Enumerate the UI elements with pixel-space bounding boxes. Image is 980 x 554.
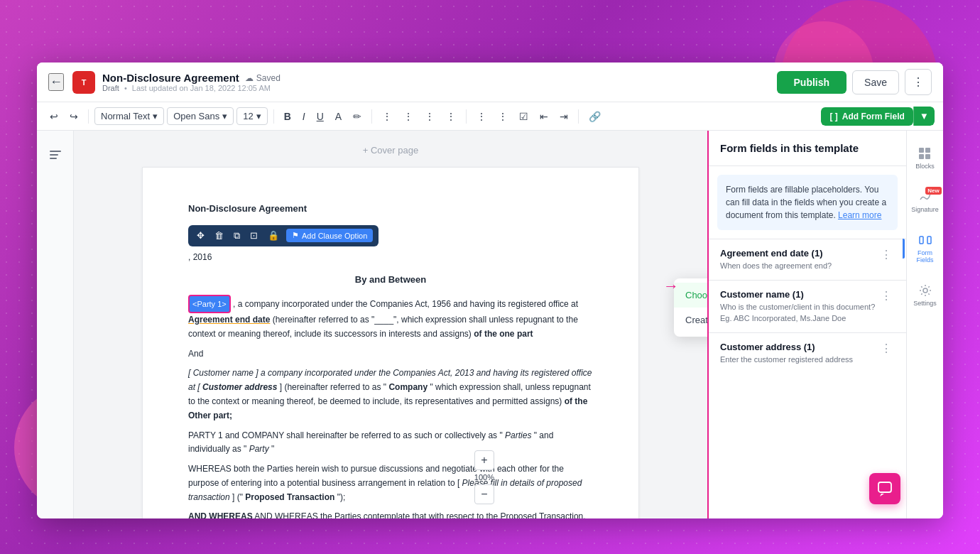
date-text: , 2016 [188,252,212,262]
align-left-button[interactable]: ⋮ [378,108,396,125]
add-form-button[interactable]: [ ] Add Form Field [821,107,913,126]
lock-icon[interactable]: 🔒 [265,229,282,242]
saved-badge: ☁ Saved [245,73,281,83]
agreement-end-date-field: Agreement end date [188,315,270,325]
svg-rect-8 [927,237,931,244]
publish-button[interactable]: Publish [777,71,847,94]
doc-area[interactable]: + Cover page Non-Disclosure Agreement ✥ … [74,131,707,518]
undo-button[interactable]: ↩ [45,108,62,125]
sidebar-item-signature[interactable]: New Signature [907,185,943,217]
font-select[interactable]: Open Sans ▾ [167,107,234,125]
party-tag: <Party 1> [188,295,231,313]
font-size-select[interactable]: 12 ▾ [236,107,267,125]
sidebar-item-blocks[interactable]: Blocks [911,142,939,174]
settings-icon [918,283,932,298]
right-panel: Form fields in this template Form fields… [707,131,906,518]
toolbar-divider-5 [578,109,579,124]
icon-sidebar: Blocks New Signature Form Fields [906,131,943,518]
back-button[interactable]: ← [48,73,64,91]
add-form-dropdown-button[interactable]: ▼ [913,107,935,126]
delete-icon[interactable]: 🗑 [212,229,227,242]
create-custom-option[interactable]: Create custom field [674,308,707,332]
toolbar-divider-1 [88,109,89,124]
zoom-in-button[interactable]: + [474,450,494,470]
copy-icon[interactable]: ⧉ [231,229,243,243]
field-item-3-more[interactable]: ⋮ [878,342,895,355]
zoom-out-button[interactable]: − [474,484,494,504]
normal-text-chevron: ▾ [153,111,158,121]
underline-button[interactable]: U [312,108,328,125]
settings-label: Settings [913,300,937,307]
saved-text: Saved [256,73,281,83]
more-button[interactable]: ⋮ [905,69,932,95]
zoom-controls: + 100% − [474,450,494,504]
ordered-list-button[interactable]: ⋮ [472,108,491,125]
blocks-label: Blocks [915,163,935,170]
company-text: Company [388,382,428,392]
and-text: And [188,347,593,362]
doc-heading: Non-Disclosure Agreement [188,202,593,217]
parties-text: Parties [505,430,531,440]
table-of-contents-icon[interactable] [43,142,68,168]
doc-icon: T [72,71,95,94]
panel-header: Form fields in this template [709,131,906,166]
align-center-button[interactable]: ⋮ [399,108,418,125]
main-content: + Cover page Non-Disclosure Agreement ✥ … [37,131,943,518]
link-button[interactable]: 🔗 [584,108,605,125]
field-item-3-title: Customer address (1) [720,342,878,352]
doc-title-row: Non-Disclosure Agreement ☁ Saved [102,72,777,84]
field-item-3: Customer address (1) Enter the customer … [709,332,906,374]
toolbar-divider-3 [371,109,372,124]
paragraph-3: PARTY 1 and COMPANY shall hereinafter be… [188,429,593,457]
bold-button[interactable]: B [280,108,295,125]
redo-button[interactable]: ↪ [65,108,82,125]
fab-chat-button[interactable] [869,473,900,504]
outdent-button[interactable]: ⇤ [535,108,552,125]
body-7c: "); [337,492,346,502]
cover-page-button[interactable]: + Cover page [88,145,693,156]
move-icon[interactable]: ✥ [194,229,207,242]
font-size-label: 12 [243,111,253,121]
active-indicator [903,239,905,259]
chat-icon [877,481,893,496]
add-clause-button[interactable]: ⚑ Add Clause Option [286,229,373,242]
field-item-1-more[interactable]: ⋮ [878,248,895,261]
unordered-list-button[interactable]: ⋮ [494,108,512,125]
indent-button[interactable]: ⇥ [555,108,572,125]
customer-address-field: Customer address [202,382,277,392]
doc-page: Non-Disclosure Agreement ✥ 🗑 ⧉ ⊡ 🔒 ⚑ Add… [142,167,639,518]
clause-settings-icon[interactable]: ⊡ [247,229,261,242]
normal-text-select[interactable]: Normal Text ▾ [94,107,164,125]
svg-rect-0 [50,151,61,152]
font-size-chevron: ▾ [256,111,261,121]
paragraph-5: AND WHEREAS AND WHEREAS the Parties cont… [188,510,593,518]
field-item-2-more[interactable]: ⋮ [878,289,895,303]
body-6: PARTY 1 and COMPANY shall hereinafter be… [188,430,503,440]
paragraph-2: [ Customer name ] a company incorporated… [188,366,593,423]
panel-info: Form fields are fillable placeholders. Y… [717,175,898,230]
field-item-3-info: Customer address (1) Enter the customer … [720,342,878,365]
font-color-button[interactable]: A [331,108,346,125]
toolbar-divider-4 [466,109,467,124]
check-list-button[interactable]: ☑ [515,108,533,125]
doc-info: Non-Disclosure Agreement ☁ Saved Draft •… [102,72,777,92]
highlight-button[interactable]: ✏ [349,108,366,125]
save-button[interactable]: Save [852,70,899,94]
doc-date-line: , 2016 [188,251,593,264]
sidebar-item-settings[interactable]: Settings [909,279,941,311]
sidebar-item-form-fields[interactable]: Form Fields [907,229,943,268]
paragraph-1: <Party 1> , a company incorporated under… [188,295,593,342]
choose-existing-option[interactable]: Choose from existing [674,283,707,308]
blocks-icon [918,146,932,161]
italic-button[interactable]: I [298,108,310,125]
signature-label: Signature [911,206,939,213]
body-1: , a company incorporated under the Compa… [233,299,578,309]
separator: • [124,84,127,92]
svg-rect-7 [920,237,923,244]
learn-more-link[interactable]: Learn more [838,210,881,220]
new-badge: New [925,187,941,195]
align-justify-button[interactable]: ⋮ [442,108,460,125]
align-right-button[interactable]: ⋮ [420,108,439,125]
svg-rect-3 [919,148,924,153]
paragraph-4: WHEREAS both the Parties herein wish to … [188,462,593,504]
